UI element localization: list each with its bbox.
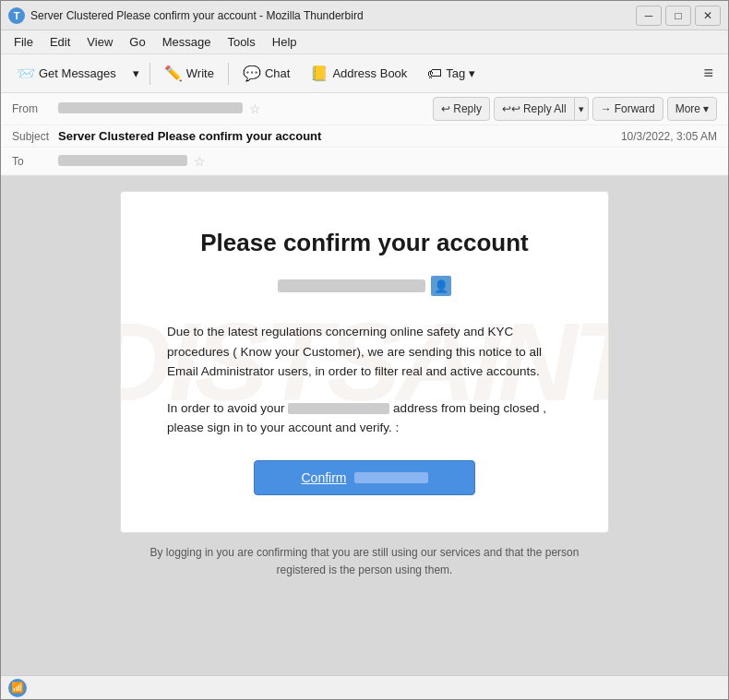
menu-go[interactable]: Go [122, 33, 152, 51]
reply-all-label: Reply All [523, 102, 567, 115]
address-blurred [288, 403, 389, 414]
forward-button[interactable]: → Forward [592, 97, 663, 121]
reply-all-dropdown[interactable]: ▾ [575, 97, 589, 121]
to-label: To [12, 155, 58, 168]
menu-help[interactable]: Help [265, 33, 305, 51]
confirm-label: Confirm [301, 470, 346, 485]
forward-label: Forward [615, 102, 655, 115]
tag-dropdown-icon: ▾ [469, 66, 475, 80]
address-book-button[interactable]: 📒 Address Book [302, 59, 415, 89]
confirm-button-row: Confirm [167, 460, 562, 495]
tag-icon: 🏷 [427, 65, 442, 82]
from-label: From [12, 102, 58, 115]
email-title: Please confirm your account [167, 229, 562, 257]
app-window: T Server Clustered Please confirm your a… [0, 0, 729, 700]
menu-message[interactable]: Message [155, 33, 219, 51]
separator-1 [149, 63, 150, 85]
email-inner: Please confirm your account 👤 Due to the… [167, 229, 562, 495]
toolbar: 📨 Get Messages ▾ ✏️ Write 💬 Chat 📒 Addre… [1, 54, 728, 93]
menu-tools[interactable]: Tools [220, 33, 262, 51]
address-book-icon: 📒 [310, 65, 329, 82]
status-icon: 📶 [8, 679, 27, 697]
to-row: To ☆ [1, 148, 728, 175]
email-content-card: DISTSAINT Please confirm your account 👤 … [120, 191, 609, 533]
chat-button[interactable]: 💬 Chat [234, 59, 298, 89]
status-signal-icon: 📶 [11, 682, 24, 694]
recipient-email-blurred [278, 279, 425, 292]
menu-bar: File Edit View Go Message Tools Help [1, 30, 728, 54]
app-icon: T [8, 7, 25, 24]
close-button[interactable]: ✕ [695, 6, 721, 26]
footer-text: By logging in you are confirming that yo… [120, 544, 609, 579]
write-button[interactable]: ✏️ Write [156, 59, 222, 89]
menu-view[interactable]: View [79, 33, 120, 51]
para2-before: In order to avoid your [167, 401, 285, 415]
reply-button[interactable]: ↩ Reply [433, 97, 490, 121]
hamburger-menu[interactable]: ≡ [696, 60, 721, 87]
email-header: From ☆ ↩ Reply ↩↩ Reply All ▾ [1, 93, 728, 176]
chat-label: Chat [265, 66, 290, 80]
subject-label: Subject [12, 130, 58, 143]
subject-value: Server Clustered Please confirm your acc… [58, 129, 621, 143]
to-value: ☆ [58, 154, 717, 169]
status-bar: 📶 [1, 675, 728, 699]
reply-btn-group: ↩ Reply [433, 97, 490, 121]
write-icon: ✏️ [164, 65, 183, 82]
window-controls: ─ □ ✕ [636, 6, 721, 26]
from-email-blurred [58, 102, 243, 113]
address-book-label: Address Book [332, 66, 407, 80]
more-button[interactable]: More ▾ [667, 97, 717, 121]
reply-all-button[interactable]: ↩↩ Reply All [494, 97, 575, 121]
reply-all-icon: ↩↩ [502, 102, 520, 115]
chat-icon: 💬 [243, 65, 261, 82]
more-label: More [675, 102, 700, 115]
separator-2 [228, 63, 229, 85]
maximize-button[interactable]: □ [665, 6, 691, 26]
user-icon: 👤 [431, 276, 451, 296]
body-paragraph-1: Due to the latest regulations concerning… [167, 322, 562, 382]
reply-all-btn-group: ↩↩ Reply All ▾ [494, 97, 589, 121]
confirm-url-blurred [354, 472, 428, 483]
minimize-button[interactable]: ─ [636, 6, 662, 26]
reply-label: Reply [453, 102, 482, 115]
tag-label: Tag [446, 66, 465, 80]
confirm-button[interactable]: Confirm [254, 460, 475, 495]
get-messages-label: Get Messages [39, 66, 116, 80]
email-body: DISTSAINT Please confirm your account 👤 … [1, 176, 728, 675]
menu-file[interactable]: File [6, 33, 41, 51]
menu-edit[interactable]: Edit [42, 33, 78, 51]
to-email-blurred [58, 155, 187, 166]
header-action-buttons: ↩ Reply ↩↩ Reply All ▾ → Forward More [433, 97, 717, 121]
window-title: Server Clustered Please confirm your acc… [30, 9, 636, 22]
title-bar: T Server Clustered Please confirm your a… [1, 1, 728, 30]
forward-icon: → [601, 102, 612, 115]
get-messages-dropdown[interactable]: ▾ [128, 59, 144, 89]
from-star-icon[interactable]: ☆ [249, 101, 261, 116]
date-value: 10/3/2022, 3:05 AM [621, 130, 717, 143]
write-label: Write [186, 66, 214, 80]
tag-button[interactable]: 🏷 Tag ▾ [419, 59, 484, 89]
get-messages-icon: 📨 [17, 65, 35, 82]
more-dropdown-icon: ▾ [703, 102, 709, 115]
from-value: ☆ [58, 101, 433, 116]
get-messages-button[interactable]: 📨 Get Messages [8, 59, 125, 89]
from-row: From ☆ ↩ Reply ↩↩ Reply All ▾ [1, 93, 728, 125]
subject-row: Subject Server Clustered Please confirm … [1, 125, 728, 148]
email-address-row: 👤 [167, 276, 562, 296]
body-paragraph-2: In order to avoid your address from bein… [167, 398, 562, 438]
reply-icon: ↩ [441, 102, 450, 115]
to-star-icon[interactable]: ☆ [194, 154, 206, 169]
